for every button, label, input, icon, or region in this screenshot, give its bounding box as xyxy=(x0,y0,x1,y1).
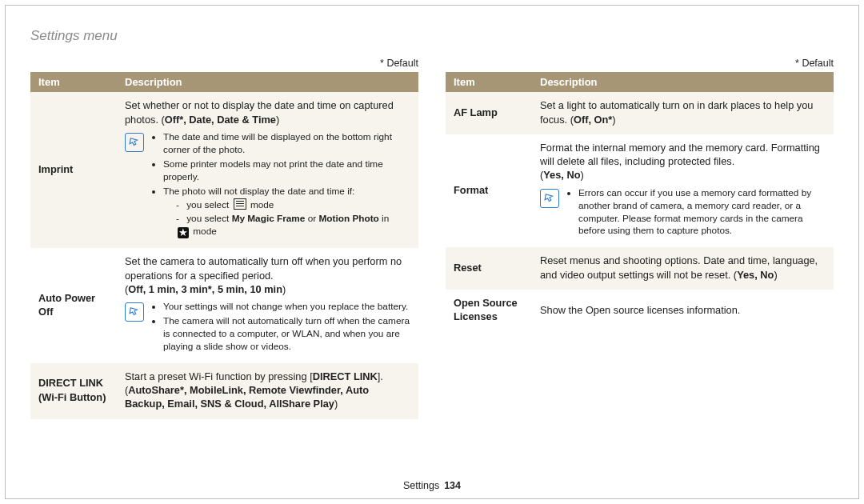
options-text: Yes, No xyxy=(737,269,774,281)
note-sublist: you select mode you select My Magic Fram… xyxy=(163,198,410,239)
item-cell-reset: Reset xyxy=(446,247,532,290)
table-header-row: Item Description xyxy=(446,72,834,93)
table-row: Open Source Licenses Show the Open sourc… xyxy=(446,290,834,332)
options-text: Yes, No xyxy=(543,169,580,181)
note-list: The date and time will be displayed on t… xyxy=(150,131,410,240)
note-item: Errors can occur if you use a memory car… xyxy=(578,187,826,238)
t: you select xyxy=(186,213,231,224)
footer-section: Settings xyxy=(403,480,439,491)
item-cell-open-source: Open Source Licenses xyxy=(446,290,532,332)
table-row: Imprint Set whether or not to display th… xyxy=(30,92,418,248)
star-mode-icon xyxy=(178,227,189,238)
desc-cell-imprint: Set whether or not to display the date a… xyxy=(117,92,418,248)
note-list: Errors can occur if you use a memory car… xyxy=(566,187,826,240)
settings-table-right: Item Description AF Lamp Set a light to … xyxy=(446,72,834,332)
note-icon xyxy=(125,133,144,152)
options-text: AutoShare*, MobileLink, Remote Viewfinde… xyxy=(125,384,369,410)
note-list: Your settings will not change when you r… xyxy=(150,301,410,355)
note-item: Your settings will not change when you r… xyxy=(163,301,410,314)
footer-page-number: 134 xyxy=(444,480,461,491)
note-block: Errors can occur if you use a memory car… xyxy=(540,187,826,240)
page: Settings menu * Default Item Description… xyxy=(0,0,864,504)
note-item: Some printer models may not print the da… xyxy=(163,158,410,184)
table-header-row: Item Description xyxy=(30,72,418,93)
options-text: Off*, Date, Date & Time xyxy=(165,114,276,126)
desc-cell-open-source: Show the Open source licenses informatio… xyxy=(532,290,834,332)
note-icon xyxy=(540,189,559,208)
item-cell-auto-power-off: Auto Power Off xyxy=(30,248,117,362)
note-block: Your settings will not change when you r… xyxy=(125,301,410,355)
mode-icon xyxy=(234,198,246,210)
desc-cell-direct-link: Start a preset Wi-Fi function by pressin… xyxy=(117,363,418,419)
note-block: The date and time will be displayed on t… xyxy=(125,131,410,240)
desc-text: Set the camera to automatically turn off… xyxy=(125,255,402,281)
t: ]. xyxy=(378,370,383,382)
content-columns: * Default Item Description Imprint Set w… xyxy=(30,57,834,419)
desc-cell-reset: Reset menus and shooting options. Date a… xyxy=(532,247,834,290)
options-text: Off, On* xyxy=(574,114,612,126)
t: you select xyxy=(186,199,231,210)
desc-text: Format the internal memory and the memor… xyxy=(540,142,820,167)
desc-cell-af-lamp: Set a light to automatically turn on in … xyxy=(532,92,834,134)
t: DIRECT LINK xyxy=(313,370,378,382)
default-note-right: * Default xyxy=(446,57,834,70)
t: mode xyxy=(190,226,217,237)
page-footer: Settings134 xyxy=(0,479,864,493)
settings-table-left: Item Description Imprint Set whether or … xyxy=(30,72,418,419)
note-icon xyxy=(125,302,144,322)
item-cell-af-lamp: AF Lamp xyxy=(446,92,532,134)
th-item: Item xyxy=(30,72,117,93)
table-row: DIRECT LINK (Wi-Fi Button) Start a prese… xyxy=(30,363,418,419)
default-note-left: * Default xyxy=(30,57,418,70)
t: Start a preset Wi-Fi function by pressin… xyxy=(125,370,313,382)
th-item: Item xyxy=(446,72,532,93)
note-subitem: you select My Magic Frame or Motion Phot… xyxy=(176,213,410,238)
desc-text: Reset menus and shooting options. Date a… xyxy=(540,254,818,280)
desc-cell-format: Format the internal memory and the memor… xyxy=(532,134,834,247)
page-title: Settings menu xyxy=(30,27,834,46)
note-item: The photo will not display the date and … xyxy=(163,186,410,239)
options-text: Off, 1 min, 3 min*, 5 min, 10 min xyxy=(128,283,282,295)
note-text: The photo will not display the date and … xyxy=(163,186,354,197)
note-item: The date and time will be displayed on t… xyxy=(163,131,410,157)
th-description: Description xyxy=(117,72,418,93)
table-row: AF Lamp Set a light to automatically tur… xyxy=(446,92,834,134)
t: mode xyxy=(248,199,274,210)
t: My Magic Frame xyxy=(232,213,306,224)
right-column: * Default Item Description AF Lamp Set a… xyxy=(446,57,834,419)
table-row: Auto Power Off Set the camera to automat… xyxy=(30,248,418,362)
table-row: Format Format the internal memory and th… xyxy=(446,134,834,247)
t: or xyxy=(305,213,318,224)
t: in xyxy=(379,213,389,224)
left-column: * Default Item Description Imprint Set w… xyxy=(30,57,418,419)
note-subitem: you select mode xyxy=(176,198,410,212)
t: Motion Photo xyxy=(318,213,378,224)
th-description: Description xyxy=(532,72,834,93)
item-cell-direct-link: DIRECT LINK (Wi-Fi Button) xyxy=(30,363,117,419)
table-row: Reset Reset menus and shooting options. … xyxy=(446,247,834,290)
item-cell-format: Format xyxy=(446,134,532,247)
desc-cell-auto-power-off: Set the camera to automatically turn off… xyxy=(117,248,418,362)
item-cell-imprint: Imprint xyxy=(30,92,117,248)
note-item: The camera will not automatically turn o… xyxy=(163,315,410,354)
